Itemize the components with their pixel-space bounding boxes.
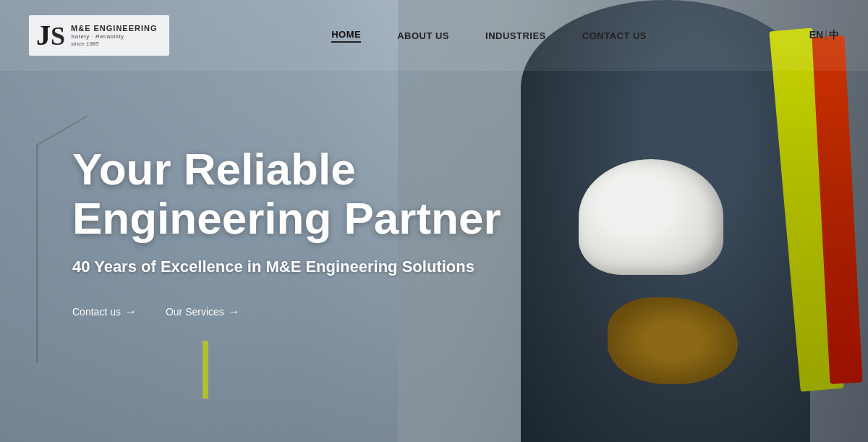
logo-initials: JS bbox=[36, 21, 65, 50]
nav-home[interactable]: HOME bbox=[331, 29, 361, 43]
contact-us-label: Contact us bbox=[72, 306, 121, 318]
helmet bbox=[579, 159, 723, 275]
logo-since: since 1985 bbox=[71, 41, 158, 48]
hero-content: Your Reliable Engineering Partner 40 Yea… bbox=[72, 145, 564, 318]
nav-about[interactable]: ABOUT US bbox=[397, 30, 449, 41]
our-services-button[interactable]: Our Services → bbox=[166, 305, 240, 318]
logo-tagline: Safety · Reliability bbox=[71, 33, 158, 41]
lang-zh[interactable]: 中 bbox=[829, 29, 839, 41]
hero-title: Your Reliable Engineering Partner bbox=[72, 145, 564, 243]
logo-brand: M&E ENGINEERING bbox=[71, 24, 158, 33]
navbar: JS M&E ENGINEERING Safety · Reliability … bbox=[0, 0, 868, 71]
nav-links: HOME ABOUT US INDUSTRIES CONTACT US bbox=[331, 29, 647, 43]
lang-en[interactable]: EN bbox=[809, 29, 823, 41]
hero-subtitle: 40 Years of Excellence in M&E Engineerin… bbox=[72, 258, 564, 276]
contact-us-button[interactable]: Contact us → bbox=[72, 305, 137, 318]
logo-text: M&E ENGINEERING Safety · Reliability sin… bbox=[71, 24, 158, 47]
nav-contact[interactable]: CONTACT US bbox=[582, 30, 647, 41]
nav-industries[interactable]: INDUSTRIES bbox=[485, 30, 546, 41]
hero-buttons: Contact us → Our Services → bbox=[72, 305, 564, 318]
language-switcher: EN|中 bbox=[809, 29, 839, 42]
lang-divider: | bbox=[825, 29, 827, 41]
logo: JS M&E ENGINEERING Safety · Reliability … bbox=[29, 15, 169, 56]
crane-decoration bbox=[36, 145, 38, 362]
yellow-accent bbox=[203, 341, 208, 399]
services-arrow-icon: → bbox=[229, 305, 240, 318]
our-services-label: Our Services bbox=[166, 306, 224, 318]
contact-arrow-icon: → bbox=[125, 305, 137, 318]
